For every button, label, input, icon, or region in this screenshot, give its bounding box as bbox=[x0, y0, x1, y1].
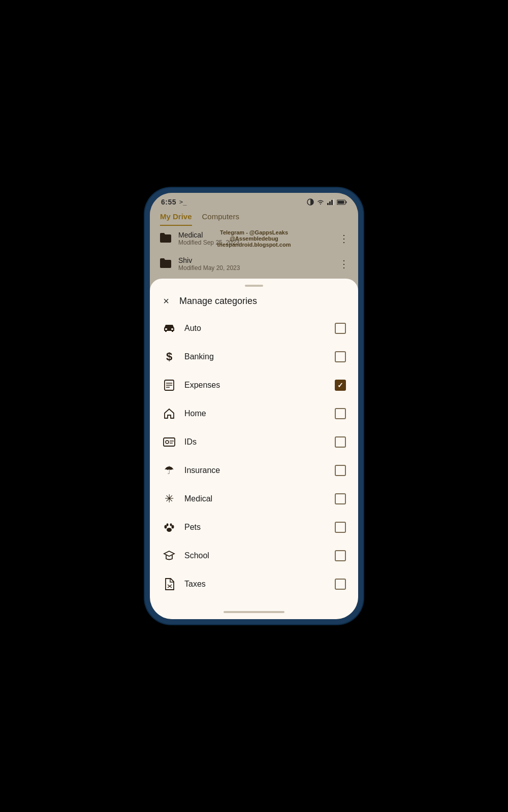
home-icon bbox=[162, 407, 176, 421]
sheet-drag-handle[interactable] bbox=[150, 279, 358, 290]
list-item-ids[interactable]: IDs bbox=[158, 428, 350, 456]
dollar-icon: $ bbox=[162, 350, 176, 364]
status-bar: 6:55 >_ bbox=[150, 193, 358, 208]
handle-bar bbox=[245, 285, 263, 287]
list-item-medical[interactable]: ✳ Medical bbox=[158, 485, 350, 513]
checkbox-insurance[interactable] bbox=[335, 465, 346, 476]
checkbox-banking[interactable] bbox=[335, 351, 346, 362]
checkbox-school[interactable] bbox=[335, 550, 346, 561]
category-label-medical: Medical bbox=[184, 494, 327, 503]
checkbox-home[interactable] bbox=[335, 408, 346, 419]
terminal-icon: >_ bbox=[179, 198, 186, 206]
drive-item-info-shiv: Shiv Modified May 20, 2023 bbox=[178, 256, 333, 272]
svg-rect-6 bbox=[346, 201, 347, 203]
sheet-bottom-bar bbox=[150, 607, 358, 619]
svg-point-20 bbox=[172, 525, 174, 529]
svg-rect-2 bbox=[329, 201, 331, 205]
category-label-pets: Pets bbox=[184, 523, 327, 532]
drive-file-list: Medical Modified Sep 25, 2023 ⋮ Telegram… bbox=[150, 226, 358, 277]
drive-item-date-medical: Modified Sep 25, 2023 bbox=[178, 239, 333, 246]
list-item-taxes[interactable]: Taxes bbox=[158, 570, 350, 598]
list-item-insurance[interactable]: ☂ Insurance bbox=[158, 456, 350, 485]
svg-point-21 bbox=[167, 523, 169, 526]
folder-icon-2 bbox=[159, 257, 172, 270]
screen-content: 6:55 >_ bbox=[150, 193, 358, 619]
category-label-ids: IDs bbox=[184, 437, 327, 447]
checkbox-ids[interactable] bbox=[335, 436, 346, 448]
phone-frame: 6:55 >_ bbox=[145, 188, 363, 624]
more-options-medical[interactable]: ⋮ bbox=[339, 232, 349, 245]
checkbox-auto[interactable] bbox=[335, 323, 346, 334]
drive-item-shiv[interactable]: Shiv Modified May 20, 2023 ⋮ bbox=[155, 251, 353, 277]
list-item-auto[interactable]: Auto bbox=[158, 314, 350, 343]
checkbox-pets[interactable] bbox=[335, 522, 346, 533]
category-label-expenses: Expenses bbox=[184, 381, 327, 390]
svg-point-18 bbox=[167, 528, 172, 532]
drive-item-info-medical: Medical Modified Sep 25, 2023 bbox=[178, 231, 333, 246]
drive-item-name-medical: Medical bbox=[178, 231, 333, 239]
svg-rect-3 bbox=[331, 200, 333, 205]
category-label-home: Home bbox=[184, 409, 327, 418]
battery-icon bbox=[337, 199, 347, 205]
categories-list: Auto $ Banking bbox=[150, 314, 358, 607]
checkbox-expenses[interactable] bbox=[335, 380, 346, 391]
signal-icon bbox=[327, 199, 334, 205]
list-item-home[interactable]: Home bbox=[158, 399, 350, 428]
list-item-pets[interactable]: Pets bbox=[158, 513, 350, 542]
paw-icon bbox=[162, 520, 176, 534]
list-item-school[interactable]: School bbox=[158, 542, 350, 570]
car-icon bbox=[162, 321, 176, 335]
checkbox-taxes[interactable] bbox=[335, 579, 346, 590]
svg-point-19 bbox=[165, 525, 167, 529]
brightness-icon bbox=[307, 198, 314, 206]
id-icon bbox=[162, 435, 176, 449]
category-label-auto: Auto bbox=[184, 324, 327, 333]
drive-background: My Drive Computers Medical Modified bbox=[150, 208, 358, 277]
svg-rect-9 bbox=[171, 328, 173, 330]
category-label-insurance: Insurance bbox=[184, 466, 327, 475]
svg-rect-7 bbox=[338, 200, 344, 204]
close-sheet-button[interactable]: × bbox=[160, 295, 172, 307]
taxes-icon bbox=[162, 577, 176, 591]
drive-item-name-shiv: Shiv bbox=[178, 256, 333, 264]
category-label-taxes: Taxes bbox=[184, 580, 327, 589]
school-icon bbox=[162, 549, 176, 563]
status-time: 6:55 bbox=[161, 198, 176, 206]
list-item-travel[interactable]: ✈ Travel bbox=[158, 598, 350, 607]
svg-rect-4 bbox=[333, 199, 334, 205]
list-item-expenses[interactable]: Expenses bbox=[158, 371, 350, 399]
wifi-icon bbox=[316, 199, 325, 205]
checkbox-medical[interactable] bbox=[335, 493, 346, 504]
more-options-shiv[interactable]: ⋮ bbox=[339, 258, 349, 270]
svg-rect-1 bbox=[327, 203, 329, 205]
bottom-handle-bar bbox=[224, 611, 284, 613]
receipt-icon bbox=[162, 378, 176, 392]
svg-rect-8 bbox=[165, 328, 167, 330]
category-label-banking: Banking bbox=[184, 352, 327, 361]
drive-item-medical[interactable]: Medical Modified Sep 25, 2023 ⋮ Telegram… bbox=[155, 226, 353, 251]
tab-my-drive[interactable]: My Drive bbox=[160, 212, 192, 226]
drive-item-date-shiv: Modified May 20, 2023 bbox=[178, 264, 333, 272]
drive-tabs: My Drive Computers bbox=[150, 208, 358, 226]
sheet-header: × Manage categories bbox=[150, 290, 358, 314]
medical-icon: ✳ bbox=[162, 492, 176, 506]
folder-icon bbox=[159, 232, 172, 245]
sheet-title: Manage categories bbox=[179, 296, 257, 307]
manage-categories-sheet: × Manage categories Auto bbox=[150, 279, 358, 619]
tab-computers[interactable]: Computers bbox=[202, 212, 239, 226]
phone-screen: 6:55 >_ bbox=[150, 193, 358, 619]
category-label-school: School bbox=[184, 551, 327, 560]
status-icons bbox=[307, 198, 347, 206]
svg-point-15 bbox=[166, 441, 169, 444]
svg-point-22 bbox=[170, 523, 172, 526]
list-item-banking[interactable]: $ Banking bbox=[158, 343, 350, 371]
umbrella-icon: ☂ bbox=[162, 463, 176, 478]
